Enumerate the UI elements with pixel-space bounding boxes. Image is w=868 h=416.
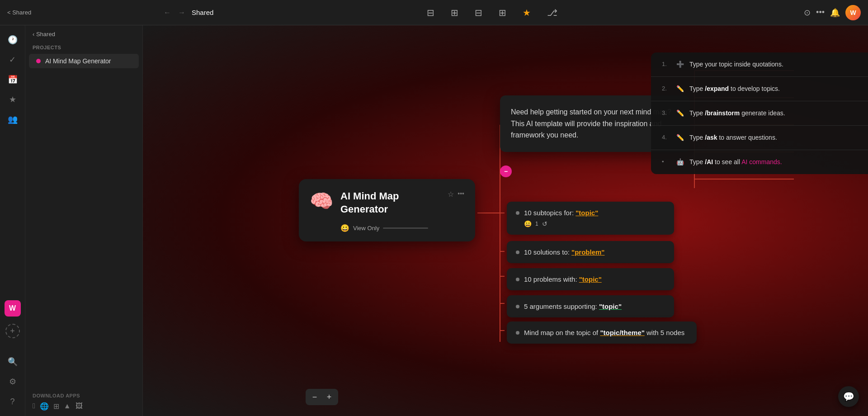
avatar[interactable]: W — [845, 5, 861, 20]
instruction-3: 3. ✏️ Type /brainstorm generate ideas. — [651, 101, 868, 126]
favorite-tool[interactable]: ★ — [519, 5, 534, 20]
rail-team-icon[interactable]: 👥 — [4, 110, 22, 128]
download-icons:  🌐 ⊞ ▲ 🖼 — [33, 402, 135, 411]
bullet-icon — [516, 331, 519, 335]
table-tool[interactable]: ⊞ — [495, 5, 510, 20]
node-subtopics: 10 subtopics for: "topic" 😀 1 ↺ — [507, 202, 674, 235]
back-nav[interactable]: < Shared — [7, 9, 31, 16]
card-more-button[interactable]: ••• — [458, 190, 464, 199]
grid-tool[interactable]: ⊟ — [471, 5, 486, 20]
node5-text: Mind map on the topic of "topic/theme" w… — [516, 329, 688, 336]
card-star-button[interactable]: ☆ — [448, 190, 454, 199]
sidebar: ‹ Shared PROJECTS AI Mind Map Generator … — [25, 25, 143, 416]
topbar: < Shared ← → Shared ⊟ ⊞ ⊟ ⊞ ★ ⎇ ⊙ ••• 🔔 … — [0, 0, 868, 25]
rail-tasks-icon[interactable]: ✓ — [4, 51, 22, 69]
project-dot — [36, 59, 41, 63]
instruction-4: 4. ✏️ Type /ask to answer questions. — [651, 126, 868, 150]
bullet-icon — [516, 211, 519, 215]
main-card-title: AI Mind Map Generator — [340, 190, 440, 216]
rail-calendar-icon[interactable]: 📅 — [4, 71, 22, 89]
instruction-2: 2. ✏️ Type /expand to develop topics. — [651, 77, 868, 101]
add-workspace-button[interactable]: + — [5, 324, 20, 338]
node2-text: 10 solutions to: "problem" — [516, 248, 665, 256]
chat-button[interactable]: 💬 — [838, 386, 859, 407]
main-card-content: AI Mind Map Generator ☆ ••• 😀 View Only — [340, 190, 464, 232]
toolbar-center: ⊟ ⊞ ⊟ ⊞ ★ ⎇ — [213, 5, 770, 20]
nav-forward-button[interactable]: → — [175, 7, 188, 19]
view-emoji: 😀 — [340, 224, 349, 232]
zoom-controls: − + — [306, 389, 338, 405]
project-name: AI Mind Map Generator — [45, 57, 111, 65]
node3-text: 10 problems with: "topic" — [516, 275, 665, 283]
topbar-left: < Shared — [7, 9, 161, 16]
rail-home-icon[interactable]: 🕐 — [4, 31, 22, 49]
image-icon[interactable]: 🖼 — [75, 402, 83, 411]
sidebar-item-project[interactable]: AI Mind Map Generator — [29, 54, 139, 68]
download-label: DOWNLOAD APPS — [33, 393, 135, 398]
node1-text: 10 subtopics for: "topic" — [516, 209, 665, 217]
node1-footer: 😀 1 ↺ — [524, 220, 665, 227]
node-problems: 10 problems with: "topic" — [507, 268, 674, 290]
topbar-nav: ← → Shared — [161, 7, 213, 19]
zoom-in-button[interactable]: + — [323, 391, 335, 403]
nav-back-button[interactable]: ← — [161, 7, 174, 19]
instruction-ai: • 🤖 Type /AI to see all AI commands. — [651, 150, 868, 174]
brain-icon: 🧠 — [310, 190, 333, 212]
sidebar-back-label: ‹ Shared — [33, 31, 55, 38]
android-icon[interactable]: ▲ — [64, 402, 71, 411]
layout-tool[interactable]: ⊟ — [423, 5, 438, 20]
share-tool[interactable]: ⎇ — [543, 5, 561, 20]
dots-menu[interactable]: ••• — [816, 8, 825, 17]
sidebar-section-label: PROJECTS — [25, 39, 142, 54]
canvas: 🧠 AI Mind Map Generator ☆ ••• 😀 View Onl… — [143, 25, 868, 416]
bullet-icon — [516, 305, 519, 308]
progress-bar — [383, 227, 428, 229]
web-icon[interactable]: 🌐 — [40, 402, 49, 411]
icon-rail: 🕐 ✓ 📅 ★ 👥 W + 🔍 ⚙ ? — [0, 25, 25, 416]
rail-favorites-icon[interactable]: ★ — [4, 90, 22, 109]
instructions-panel: 1. ➕ Type your topic inside quotations. … — [651, 52, 868, 174]
topbar-right: ⊙ ••• 🔔 W — [770, 5, 861, 20]
node-react-button[interactable]: ↺ — [542, 220, 547, 227]
rail-help-icon[interactable]: ? — [4, 392, 22, 411]
rail-search-icon[interactable]: 🔍 — [4, 353, 22, 371]
bullet-icon — [516, 278, 519, 281]
sidebar-back[interactable]: ‹ Shared — [25, 25, 142, 39]
node-solutions: 10 solutions to: "problem" — [507, 241, 674, 263]
main-area: 🕐 ✓ 📅 ★ 👥 W + 🔍 ⚙ ? ‹ Shared PROJECTS AI… — [0, 25, 868, 416]
workspace-badge[interactable]: W — [5, 300, 21, 317]
zoom-out-button[interactable]: − — [308, 391, 321, 403]
cards-tool[interactable]: ⊞ — [447, 5, 462, 20]
node-arguments: 5 arguments supporting: "topic" — [507, 295, 674, 317]
main-card-footer: 😀 View Only — [340, 224, 464, 232]
main-node-card: 🧠 AI Mind Map Generator ☆ ••• 😀 View Onl… — [299, 179, 475, 241]
node4-text: 5 arguments supporting: "topic" — [516, 303, 665, 310]
instruction-1: 1. ➕ Type your topic inside quotations. — [651, 52, 868, 77]
node-mindmap: Mind map on the topic of "topic/theme" w… — [507, 321, 697, 344]
page-title: Shared — [192, 9, 213, 16]
apple-icon[interactable]:  — [33, 402, 35, 411]
view-only-label: View Only — [353, 225, 379, 232]
bullet-icon — [516, 251, 519, 254]
activity-icon[interactable]: ⊙ — [804, 8, 811, 18]
notifications-icon[interactable]: 🔔 — [830, 8, 840, 18]
sidebar-bottom: DOWNLOAD APPS  🌐 ⊞ ▲ 🖼 — [25, 388, 142, 416]
windows-icon[interactable]: ⊞ — [53, 402, 59, 411]
collapse-button[interactable]: − — [500, 165, 512, 177]
rail-settings-icon[interactable]: ⚙ — [4, 373, 22, 391]
